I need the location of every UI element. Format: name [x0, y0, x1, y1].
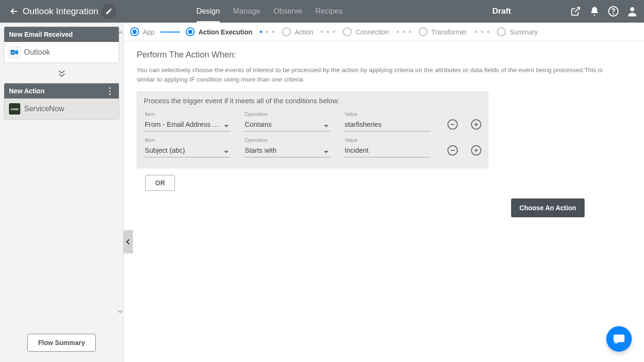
conditions-box: Process the trigger event if it meets al…	[137, 91, 488, 168]
trigger-card-title: New Email Received	[9, 31, 73, 38]
step-summary[interactable]: Summary	[497, 27, 538, 36]
topbar-right: Draft	[492, 5, 638, 17]
status-label: Draft	[492, 7, 511, 16]
remove-condition-button[interactable]	[447, 119, 458, 130]
condition-row-actions	[447, 119, 481, 132]
svg-point-2	[630, 7, 635, 11]
value-label: Value	[344, 137, 430, 143]
trigger-app-label: Outlook	[24, 48, 50, 57]
top-tabs: Design Manage Observe Recipes	[197, 0, 343, 23]
step-summary-indicator	[497, 27, 506, 36]
step-connection-indicator	[343, 27, 352, 36]
step-action-execution[interactable]: Action Execution	[186, 27, 252, 36]
stepper-dots	[396, 31, 411, 33]
trigger-app-row[interactable]: O Outlook	[4, 42, 119, 63]
back-icon[interactable]	[8, 6, 20, 17]
scroll-down-icon[interactable]	[118, 307, 123, 312]
chat-fab[interactable]	[606, 326, 632, 352]
svg-text:O: O	[11, 51, 14, 54]
condition-row: Item From - Email Address … Operation Co…	[144, 107, 481, 133]
config-panel: Perform The Action When: You can selecti…	[124, 41, 644, 226]
step-action[interactable]: Action	[282, 27, 313, 36]
step-action-indicator	[282, 27, 291, 36]
add-condition-button[interactable]	[471, 119, 481, 130]
condition-value-input[interactable]	[344, 118, 430, 132]
stepper-dots	[475, 31, 489, 33]
edit-title-button[interactable]	[101, 4, 116, 19]
or-button[interactable]: OR	[145, 175, 175, 191]
choose-action-wrap: Choose An Action	[137, 198, 585, 217]
condition-row-actions	[447, 145, 481, 157]
open-external-icon[interactable]	[570, 5, 582, 17]
stepper-dots	[321, 31, 335, 33]
step-summary-label: Summary	[510, 28, 538, 36]
condition-operation-field: Operation Starts with	[244, 137, 330, 157]
step-transformer-label: Transformer	[431, 28, 467, 36]
choose-action-button[interactable]: Choose An Action	[511, 198, 585, 217]
step-app-label: App	[143, 28, 155, 36]
item-label: Item	[144, 137, 231, 143]
action-app-label: ServiceNow	[24, 105, 64, 113]
condition-operation-select[interactable]: Starts with	[244, 144, 330, 157]
scroll-up-icon[interactable]	[118, 28, 123, 33]
stepper-dots	[260, 31, 274, 33]
operation-label: Operation	[244, 111, 330, 117]
item-label: Item	[144, 111, 231, 117]
condition-item-select[interactable]: Subject (abc)	[144, 144, 231, 157]
flow-connector-icon	[4, 67, 119, 83]
condition-value-field: Value	[344, 111, 430, 132]
trigger-card-header: New Email Received	[4, 27, 119, 42]
condition-value-input[interactable]	[344, 144, 430, 157]
step-action-execution-indicator	[186, 27, 195, 36]
condition-item-select[interactable]: From - Email Address …	[144, 118, 231, 132]
value-label: Value	[344, 111, 430, 117]
step-connection[interactable]: Connection	[343, 27, 389, 36]
trigger-card: New Email Received O Outlook	[4, 26, 119, 63]
conditions-heading: Process the trigger event if it meets al…	[144, 97, 481, 105]
sidebar-scroll: New Email Received O Outlook New Action …	[0, 23, 123, 327]
outlook-icon: O	[9, 47, 20, 58]
flow-summary-button[interactable]: Flow Summary	[27, 334, 96, 352]
step-transformer-indicator	[419, 27, 428, 36]
servicenow-icon: now	[9, 103, 20, 115]
action-app-row[interactable]: now ServiceNow	[4, 99, 119, 119]
sidebar: New Email Received O Outlook New Action …	[0, 23, 124, 362]
page-title: Outlook Integration	[23, 6, 99, 16]
step-action-label: Action	[295, 28, 313, 36]
collapse-sidebar-button[interactable]	[124, 230, 133, 254]
stepper-connector	[160, 32, 180, 33]
step-app-indicator	[130, 27, 139, 36]
tab-recipes[interactable]: Recipes	[315, 7, 343, 23]
tab-design[interactable]: Design	[197, 7, 220, 23]
panel-title: Perform The Action When:	[137, 50, 631, 60]
step-connection-label: Connection	[355, 28, 389, 36]
help-icon[interactable]	[607, 5, 619, 17]
step-action-execution-label: Action Execution	[198, 28, 252, 36]
action-card-title: New Action	[9, 87, 45, 95]
condition-operation-select[interactable]: Contains	[244, 118, 330, 132]
content-area: App Action Execution Action Connection T…	[124, 23, 644, 362]
svg-point-1	[613, 13, 613, 14]
tab-manage[interactable]: Manage	[233, 7, 260, 23]
action-card-header: New Action ⋮	[4, 83, 119, 99]
remove-condition-button[interactable]	[447, 145, 458, 156]
step-app[interactable]: App	[130, 27, 155, 36]
condition-item-field: Item Subject (abc)	[144, 137, 231, 157]
condition-row: Item Subject (abc) Operation Starts with…	[144, 133, 481, 159]
sidebar-footer: Flow Summary	[0, 327, 123, 362]
action-card: New Action ⋮ now ServiceNow	[4, 83, 119, 120]
user-icon[interactable]	[626, 5, 638, 17]
operation-label: Operation	[244, 137, 330, 143]
stepper: App Action Execution Action Connection T…	[124, 23, 644, 41]
condition-item-field: Item From - Email Address …	[144, 111, 231, 132]
panel-description: You can selectively choose the events of…	[137, 66, 622, 84]
topbar: Outlook Integration Design Manage Observ…	[0, 0, 644, 23]
bell-icon[interactable]	[588, 5, 601, 17]
step-transformer[interactable]: Transformer	[419, 27, 467, 36]
condition-value-field: Value	[344, 137, 430, 157]
tab-observe[interactable]: Observe	[273, 7, 302, 23]
condition-operation-field: Operation Contains	[244, 111, 330, 132]
add-condition-button[interactable]	[471, 145, 481, 156]
